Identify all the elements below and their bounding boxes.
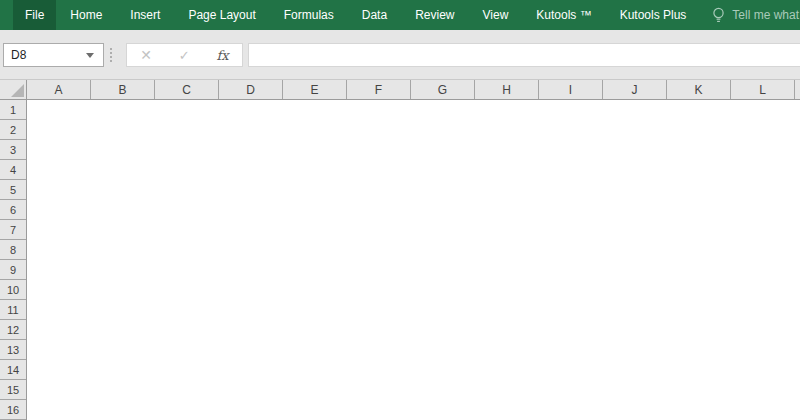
column-header[interactable]: I <box>539 80 603 99</box>
row-header[interactable]: 1 <box>0 100 26 120</box>
ribbon-tab-label: Data <box>362 8 387 22</box>
formula-bar-row: D8 ✕ ✓ fx <box>0 30 800 79</box>
ribbon-tab[interactable]: Review <box>401 0 468 30</box>
ribbon-tab[interactable]: File <box>13 0 56 30</box>
row-header[interactable]: 13 <box>0 340 26 360</box>
formula-bar-grip-icon[interactable] <box>110 48 112 62</box>
row-header-label: 7 <box>10 224 16 236</box>
column-header-label: F <box>375 83 382 97</box>
column-header[interactable]: C <box>155 80 219 99</box>
ribbon-tab-label: Review <box>415 8 454 22</box>
column-header-label: A <box>54 83 62 97</box>
row-header-label: 16 <box>7 404 19 416</box>
ribbon-tab[interactable]: Data <box>348 0 401 30</box>
row-header[interactable]: 14 <box>0 360 26 380</box>
column-header-label: C <box>182 83 191 97</box>
column-header-label: G <box>438 83 447 97</box>
column-header-label: L <box>759 83 766 97</box>
row-header-label: 8 <box>10 244 16 256</box>
column-header[interactable]: B <box>91 80 155 99</box>
ribbon-tab[interactable]: Insert <box>116 0 174 30</box>
column-header-label: D <box>246 83 255 97</box>
row-header[interactable]: 4 <box>0 160 26 180</box>
column-header[interactable]: K <box>667 80 731 99</box>
column-header[interactable]: J <box>603 80 667 99</box>
name-box[interactable]: D8 <box>3 43 104 67</box>
row-header[interactable]: 9 <box>0 260 26 280</box>
column-header[interactable]: L <box>731 80 795 99</box>
row-header[interactable]: 6 <box>0 200 26 220</box>
row-header[interactable]: 11 <box>0 300 26 320</box>
select-all-triangle-icon <box>11 84 24 97</box>
column-headers: A B C D E F <box>0 79 800 100</box>
column-header-label: E <box>310 83 318 97</box>
formula-buttons: ✕ ✓ fx <box>126 43 243 67</box>
ribbon-tab[interactable]: Page Layout <box>174 0 269 30</box>
column-header[interactable]: H <box>475 80 539 99</box>
ribbon-tab-label: Home <box>70 8 102 22</box>
column-header[interactable]: D <box>219 80 283 99</box>
ribbon-tab[interactable]: Formulas <box>270 0 348 30</box>
insert-function-icon[interactable]: fx <box>216 49 228 62</box>
row-header[interactable]: 15 <box>0 380 26 400</box>
column-header[interactable]: A <box>27 80 91 99</box>
name-box-dropdown-icon[interactable] <box>86 53 94 58</box>
row-header-label: 10 <box>7 284 19 296</box>
row-header[interactable]: 12 <box>0 320 26 340</box>
ribbon-tab-label: Insert <box>130 8 160 22</box>
formula-input[interactable] <box>248 43 800 67</box>
tell-me-label: Tell me what <box>732 8 799 22</box>
ribbon-tab-label: Page Layout <box>188 8 255 22</box>
ribbon-tab-label: View <box>483 8 509 22</box>
row-header-label: 6 <box>10 204 16 216</box>
column-header[interactable]: E <box>283 80 347 99</box>
row-header-label: 14 <box>7 364 19 376</box>
tell-me-button[interactable]: Tell me what <box>712 0 800 30</box>
row-headers: 1 2 3 4 5 6 <box>0 100 27 420</box>
row-header-label: 2 <box>10 124 16 136</box>
row-header-label: 9 <box>10 264 16 276</box>
ribbon-tabs: File Home Insert Page Layout Formulas <box>13 0 700 30</box>
ribbon-tab-label: Kutools ™ <box>536 8 591 22</box>
column-header-label: B <box>118 83 126 97</box>
row-header-label: 15 <box>7 384 19 396</box>
column-header[interactable]: G <box>411 80 475 99</box>
ribbon-tab[interactable]: Kutools ™ <box>522 0 605 30</box>
row-header[interactable]: 3 <box>0 140 26 160</box>
column-header-label: I <box>569 83 572 97</box>
worksheet-area: 1 2 3 4 5 6 <box>0 100 800 420</box>
name-box-value: D8 <box>4 48 86 62</box>
row-header-label: 5 <box>10 184 16 196</box>
column-header-label: H <box>502 83 511 97</box>
ribbon-tab[interactable]: Home <box>56 0 116 30</box>
ribbon-tab-label: Formulas <box>284 8 334 22</box>
column-header-label: K <box>694 83 702 97</box>
row-header[interactable]: 16 <box>0 400 26 420</box>
row-header-label: 13 <box>7 344 19 356</box>
sheet-grid[interactable] <box>27 100 800 420</box>
cancel-icon[interactable]: ✕ <box>140 48 152 62</box>
row-header-label: 3 <box>10 144 16 156</box>
ribbon-tab[interactable]: Kutools Plus <box>606 0 701 30</box>
lightbulb-icon <box>712 7 725 24</box>
column-header-list: A B C D E F <box>27 80 795 99</box>
enter-icon[interactable]: ✓ <box>179 49 190 62</box>
select-all-button[interactable] <box>0 80 27 99</box>
excel-window: File Home Insert Page Layout Formulas <box>0 0 800 420</box>
row-header-label: 1 <box>10 104 16 116</box>
ribbon-tab-label: Kutools Plus <box>620 8 687 22</box>
row-header[interactable]: 2 <box>0 120 26 140</box>
row-header[interactable]: 7 <box>0 220 26 240</box>
row-header-label: 11 <box>7 304 18 316</box>
row-header[interactable]: 5 <box>0 180 26 200</box>
row-header-label: 12 <box>7 324 19 336</box>
row-header-label: 4 <box>10 164 16 176</box>
ribbon-tab-bar: File Home Insert Page Layout Formulas <box>0 0 800 30</box>
column-header[interactable]: F <box>347 80 411 99</box>
ribbon-tab[interactable]: View <box>469 0 523 30</box>
column-header-fill <box>795 80 800 99</box>
ribbon-tab-label: File <box>25 8 44 22</box>
column-header-label: J <box>632 83 638 97</box>
row-header[interactable]: 8 <box>0 240 26 260</box>
row-header[interactable]: 10 <box>0 280 26 300</box>
